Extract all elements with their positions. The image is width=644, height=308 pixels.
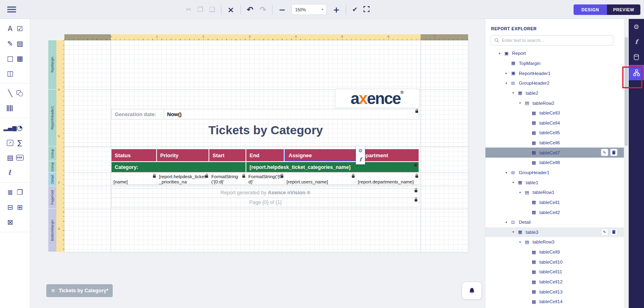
tree-expand-arrow[interactable]: ▾ <box>506 171 511 175</box>
band-label-pagefoot[interactable]: PageFoot <box>48 186 56 209</box>
tree-expand-arrow[interactable]: ▾ <box>506 221 511 224</box>
band-label-bottommargin[interactable]: BottomMargin <box>48 209 56 252</box>
tree-item-reportheader1[interactable]: ▸▣ReportHeader1 <box>485 68 624 78</box>
column-header-department[interactable]: Department <box>356 149 419 161</box>
tree-expand-arrow[interactable]: ▾ <box>512 230 518 234</box>
toc-tool-icon[interactable]: ≣ <box>6 188 14 196</box>
tree-expand-arrow[interactable]: ▾ <box>519 240 525 244</box>
tree-item-tablecell3[interactable]: ▩tableCell3 <box>485 108 624 118</box>
tree-item-tablecell6[interactable]: ▩tableCell6 <box>485 138 624 148</box>
tree-item-tablerow2[interactable]: ▾▤tableRow2 <box>485 98 624 108</box>
column-header-end[interactable]: End <box>246 149 285 161</box>
detail-cell-4[interactable]: FormatString('{0:d}' <box>246 173 285 185</box>
tree-item-tablecell9[interactable]: ▩tableCell9 <box>485 247 624 257</box>
tree-item-tablecell8[interactable]: ▩tableCell8 <box>485 158 624 168</box>
tree-item-detail[interactable]: ▾⊡Detail <box>485 217 624 227</box>
detail-cell-2[interactable]: [report.helpdesk_ticket_priorities_na <box>157 173 209 185</box>
tree-item-tablecell7[interactable]: ▩tableCell7✎ <box>485 148 624 158</box>
band-label-reportheader1[interactable]: ReportHeader1 <box>48 89 56 146</box>
tree-expand-arrow[interactable]: ▾ <box>519 191 525 194</box>
tree-item-tablecell4[interactable]: ▩tableCell4 <box>485 118 624 128</box>
tree-item-tablecell5[interactable]: ▩tableCell5 <box>485 128 624 138</box>
tree-item-tablerow3[interactable]: ▾▤tableRow3 <box>485 237 624 247</box>
crossband-tool-icon[interactable]: ⊠ <box>6 218 14 226</box>
tree-item-tablecell14[interactable]: ▩tableCell14 <box>485 297 624 307</box>
tree-expand-arrow[interactable]: ▾ <box>499 52 504 55</box>
band-label-topmargin[interactable]: TopMargin <box>48 40 56 89</box>
document-tab[interactable]: ✕ Tickets by Category* <box>46 284 113 297</box>
rail-data-source-button[interactable] <box>629 50 644 65</box>
tree-item-tablecell11[interactable]: ▩tableCell11 <box>485 267 624 277</box>
delete-button[interactable] <box>610 229 617 236</box>
tree-item-tablecell2[interactable]: ▩tableCell2 <box>485 207 624 217</box>
column-header-priority[interactable]: Priority <box>157 149 209 161</box>
delete-button[interactable] <box>610 149 617 156</box>
band-label-group[interactable]: Group <box>48 146 56 161</box>
band-label-group[interactable]: Group <box>48 161 56 173</box>
tree-item-table3[interactable]: ▾▦table3✎ <box>485 227 624 237</box>
search-box[interactable] <box>491 35 613 46</box>
report-page[interactable]: axence® Generation date: Now() Tickets b… <box>64 40 468 252</box>
pageinfo-tool-icon[interactable]: ❐ <box>16 188 24 196</box>
footer-page-row[interactable]: Page {0} of {1} <box>111 198 419 207</box>
category-binding-cell[interactable]: [report.helpdesk_ticket_categories_name] <box>246 162 419 172</box>
footer-generated-row[interactable]: Report generated byAxence nVision ® <box>111 188 419 198</box>
validate-icon[interactable]: ✔ <box>352 6 357 13</box>
tree-item-groupheader1[interactable]: ▾⊟GroupHeader1 <box>485 168 624 178</box>
checklist-tool-icon[interactable]: ▤ <box>6 154 14 162</box>
undo-icon[interactable]: ↶ <box>247 6 254 14</box>
pagebreak-tool-icon[interactable]: ⊟ <box>6 203 14 211</box>
tree-item-tablecell13[interactable]: ▩tableCell13 <box>485 287 624 297</box>
tree-expand-arrow[interactable]: ▾ <box>506 81 511 85</box>
tree-item-groupheader2[interactable]: ▾⊟GroupHeader2 <box>485 78 624 88</box>
delete-icon[interactable]: × <box>227 6 234 14</box>
search-input[interactable] <box>502 38 610 43</box>
detail-cell-3[interactable]: FormatString('{0:d}' <box>209 173 246 185</box>
cell-expression-icon[interactable]: f <box>359 156 362 162</box>
tree-item-table1[interactable]: ▾▦table1 <box>485 177 624 187</box>
explorer-scrollbar[interactable] <box>624 19 629 308</box>
character-comb-tool-icon[interactable]: ◫ <box>6 69 14 77</box>
column-header-start[interactable]: Start <box>209 149 246 161</box>
picture-tool-icon[interactable]: ▨ <box>16 40 24 48</box>
rail-settings-button[interactable]: ⚙ <box>629 19 644 34</box>
zoom-level-select[interactable]: 150%▾ <box>291 4 327 15</box>
notifications-button[interactable] <box>462 282 481 299</box>
design-tab-button[interactable]: DESIGN <box>574 4 607 15</box>
detail-cell-6[interactable]: [report.departments_name] <box>356 173 419 185</box>
logo-image[interactable]: axence® <box>335 89 419 108</box>
pageband-tool-icon[interactable]: ⊞ <box>16 203 24 211</box>
tree-item-tablecell12[interactable]: ▩tableCell12 <box>485 277 624 287</box>
tree-expand-arrow[interactable]: ▾ <box>519 101 525 105</box>
richtext-tool-icon[interactable]: ✎ <box>6 40 14 48</box>
tree-item-tablecell10[interactable]: ▩tableCell10 <box>485 257 624 267</box>
cell-properties-gear-icon[interactable]: ⚙ <box>358 148 363 154</box>
tree-item-tablerow1[interactable]: ▾▤tableRow1 <box>485 187 624 198</box>
generation-date-row[interactable]: Generation date: Now() <box>111 109 419 119</box>
hamburger-menu-icon[interactable] <box>7 6 16 8</box>
label-tool-icon[interactable]: A <box>6 25 14 33</box>
rail-expressions-button[interactable]: f <box>629 34 644 50</box>
sparkline-tool-icon[interactable]: ↗ <box>6 139 14 147</box>
fullscreen-icon[interactable] <box>363 6 369 13</box>
pdf-tool-icon[interactable]: PDF <box>16 154 24 162</box>
line-tool-icon[interactable]: ╲ <box>6 89 14 97</box>
close-tab-icon[interactable]: ✕ <box>51 287 56 294</box>
panel-tool-icon[interactable]: □ <box>6 54 14 62</box>
table-tool-icon[interactable]: ▦ <box>16 54 24 62</box>
detail-cell-1[interactable]: [name] <box>111 173 157 185</box>
edit-button[interactable]: ✎ <box>601 229 608 236</box>
preview-tab-button[interactable]: PREVIEW <box>607 4 640 15</box>
column-header-status[interactable]: Status <box>111 149 157 161</box>
shape-tool-icon[interactable] <box>16 89 24 97</box>
edit-button[interactable]: ✎ <box>601 149 608 156</box>
gauge-tool-icon[interactable]: ◔ <box>16 124 24 132</box>
zoom-in-icon[interactable]: + <box>333 6 340 14</box>
scrollbar-thumb[interactable] <box>625 37 628 146</box>
checkbox-tool-icon[interactable]: ☑ <box>16 25 24 33</box>
chart-tool-icon[interactable]: ▂▄▆ <box>6 124 14 132</box>
tree-expand-arrow[interactable]: ▾ <box>512 91 518 95</box>
zoom-out-icon[interactable]: − <box>279 6 285 14</box>
barcode-tool-icon[interactable] <box>6 104 14 112</box>
tree-expand-arrow[interactable]: ▸ <box>506 71 511 75</box>
